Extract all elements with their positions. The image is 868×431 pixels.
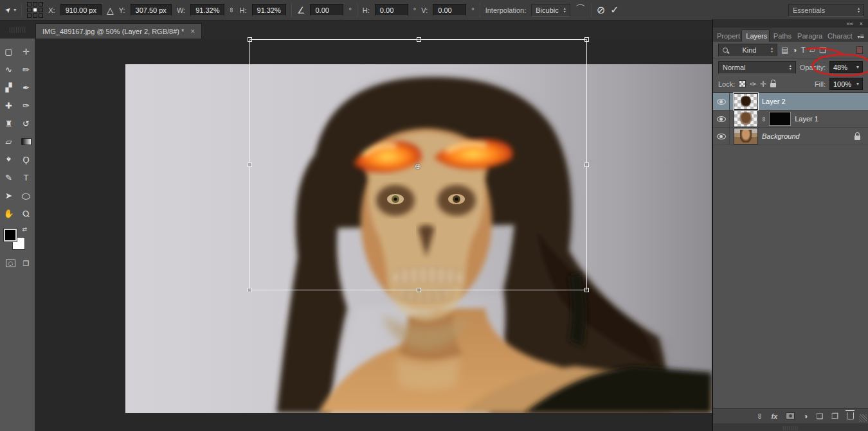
type-layer-filter-icon[interactable]: T bbox=[801, 46, 806, 55]
workspace-switcher[interactable]: Essentials ▴▾ bbox=[788, 4, 864, 17]
history-brush-tool[interactable]: ↺ bbox=[17, 114, 35, 132]
layer-thumbnail[interactable] bbox=[734, 128, 758, 145]
new-group-icon[interactable]: ❏ bbox=[816, 412, 823, 421]
add-layer-mask-icon[interactable] bbox=[786, 412, 795, 419]
blur-tool[interactable]: ♠ bbox=[0, 150, 17, 168]
dodge-tool[interactable]: Ϙ bbox=[17, 150, 35, 168]
layer-row-background[interactable]: Background bbox=[713, 128, 868, 145]
x-input[interactable]: 910.00 px bbox=[60, 4, 102, 16]
delete-layer-icon[interactable] bbox=[847, 412, 854, 419]
spot-healing-brush-tool[interactable]: ✚ bbox=[0, 96, 17, 114]
new-layer-icon[interactable]: ❐ bbox=[831, 412, 838, 421]
visibility-toggle[interactable] bbox=[713, 93, 730, 110]
toolbar-grip[interactable]: |||||||| bbox=[0, 21, 35, 39]
layer-mask-thumbnail[interactable] bbox=[769, 112, 791, 126]
transform-handle-middle-right[interactable] bbox=[584, 163, 589, 167]
transform-handle-top-middle[interactable] bbox=[417, 37, 421, 42]
tab-paragraph[interactable]: Paragra bbox=[793, 30, 824, 42]
hskew-input[interactable]: 0.00 bbox=[375, 4, 408, 16]
path-selection-tool[interactable]: ➤ bbox=[0, 186, 17, 204]
visibility-toggle[interactable] bbox=[713, 128, 730, 145]
mask-link-icon[interactable]: ∞ bbox=[761, 116, 768, 121]
document-tab[interactable]: IMG_489167.jpg @ 50% (Layer 2, RGB/8#) *… bbox=[35, 23, 202, 39]
y-input[interactable]: 307.50 px bbox=[131, 4, 172, 16]
filter-kind-select[interactable]: Kind ▴▾ bbox=[718, 44, 777, 57]
tool-preset-picker[interactable]: ➤ ▾ bbox=[5, 6, 16, 14]
warp-mode-icon[interactable]: ⌒ bbox=[575, 3, 586, 17]
interpolation-select[interactable]: Bicubic ▴▾ bbox=[531, 4, 570, 17]
layer-name[interactable]: Layer 2 bbox=[762, 98, 786, 105]
layer-style-icon[interactable]: fx bbox=[771, 412, 777, 420]
clone-stamp-tool[interactable]: ♜ bbox=[0, 114, 17, 132]
commit-transform-button[interactable]: ✓ bbox=[610, 4, 619, 16]
transform-handle-top-left[interactable] bbox=[248, 37, 252, 42]
transform-handle-middle-left[interactable] bbox=[248, 163, 252, 167]
transform-handle-top-right[interactable] bbox=[584, 37, 589, 42]
shape-layer-filter-icon[interactable]: ▱ bbox=[809, 46, 815, 55]
close-panel-icon[interactable]: × bbox=[860, 21, 863, 27]
panel-menu-icon[interactable]: ▾≡ bbox=[854, 32, 868, 42]
zoom-tool[interactable]: Ϙ bbox=[17, 204, 35, 222]
lock-transparency-icon[interactable] bbox=[739, 80, 746, 87]
pixel-layer-filter-icon[interactable]: ▤ bbox=[781, 46, 788, 55]
adjustment-layer-icon[interactable]: ◑ bbox=[803, 412, 808, 421]
tab-layers[interactable]: Layers bbox=[741, 30, 770, 42]
reference-point-locator[interactable] bbox=[27, 2, 43, 18]
hand-tool[interactable]: ✋ bbox=[0, 204, 17, 222]
tab-properties[interactable]: Propert bbox=[713, 30, 741, 42]
swap-colors-icon[interactable]: ⇄ bbox=[22, 226, 27, 233]
filter-toggle-switch[interactable] bbox=[856, 46, 863, 54]
transform-handle-bottom-left[interactable] bbox=[248, 288, 252, 292]
adjustment-layer-filter-icon[interactable]: ◑ bbox=[792, 46, 797, 55]
layer-thumbnail[interactable] bbox=[734, 110, 758, 127]
type-tool[interactable]: T bbox=[17, 168, 35, 186]
screen-mode-button[interactable]: ❐ bbox=[23, 259, 30, 268]
cancel-transform-button[interactable]: ⊘ bbox=[597, 4, 605, 16]
link-layers-icon[interactable]: ∞ bbox=[755, 413, 764, 419]
smart-object-filter-icon[interactable]: ❏ bbox=[819, 46, 826, 55]
transform-handle-bottom-right[interactable] bbox=[584, 288, 589, 292]
eye-icon bbox=[717, 116, 726, 122]
fill-input[interactable]: 100% ▾ bbox=[829, 78, 863, 90]
pen-tool[interactable]: ✎ bbox=[0, 168, 17, 186]
eye-icon bbox=[717, 99, 726, 105]
lock-all-icon[interactable] bbox=[770, 83, 776, 87]
lasso-tool[interactable]: ∿ bbox=[0, 60, 17, 78]
quick-mask-mode-button[interactable] bbox=[6, 259, 15, 267]
collapse-panels-icon[interactable]: «« bbox=[847, 21, 853, 27]
eyedropper-tool[interactable]: ✒ bbox=[17, 78, 35, 96]
relative-positioning-icon[interactable]: △ bbox=[107, 5, 114, 15]
gradient-tool[interactable] bbox=[17, 132, 35, 150]
layer-row-layer-2[interactable]: Layer 2 bbox=[713, 93, 868, 110]
layer-name[interactable]: Layer 1 bbox=[795, 115, 818, 123]
ellipse-shape-tool[interactable]: ◯ bbox=[17, 186, 35, 204]
rotate-input[interactable]: 0.00 bbox=[310, 4, 343, 16]
lock-pixels-icon[interactable]: ✑ bbox=[750, 80, 756, 89]
tab-paths[interactable]: Paths bbox=[770, 30, 793, 42]
blend-mode-select[interactable]: Normal ▴▾ bbox=[718, 61, 796, 74]
quick-selection-tool[interactable]: ✏ bbox=[17, 60, 35, 78]
brush-tool[interactable]: ✑ bbox=[17, 96, 35, 114]
link-dimensions-icon[interactable]: ∞ bbox=[229, 8, 236, 12]
layer-thumbnail[interactable] bbox=[734, 93, 758, 110]
panel-bottom-strip[interactable]: |||||||| bbox=[713, 423, 868, 431]
lock-position-icon[interactable]: ✛ bbox=[760, 80, 766, 89]
transform-reference-point[interactable]: ⊕ bbox=[415, 162, 421, 171]
layer-row-layer-1[interactable]: ∞ Layer 1 bbox=[713, 110, 868, 128]
rectangular-marquee-tool[interactable]: ▢ bbox=[0, 42, 17, 60]
transform-bounding-box[interactable]: ⊕ bbox=[249, 39, 587, 290]
crop-tool[interactable]: ▞ bbox=[0, 78, 17, 96]
panel-resize-grip[interactable] bbox=[859, 414, 867, 422]
tab-character[interactable]: Charact bbox=[824, 30, 853, 42]
eraser-tool[interactable]: ▱ bbox=[0, 132, 17, 150]
layer-name[interactable]: Background bbox=[762, 132, 800, 140]
vskew-input[interactable]: 0.00 bbox=[433, 4, 466, 16]
close-icon[interactable]: × bbox=[190, 27, 195, 36]
foreground-color-swatch[interactable] bbox=[4, 229, 17, 242]
move-tool[interactable]: ✛ bbox=[17, 42, 35, 60]
transform-handle-bottom-middle[interactable] bbox=[417, 288, 421, 292]
visibility-toggle[interactable] bbox=[713, 110, 730, 127]
width-input[interactable]: 91.32% bbox=[190, 4, 224, 16]
opacity-input[interactable]: 48% ▾ bbox=[829, 61, 863, 73]
height-input[interactable]: 91.32% bbox=[252, 4, 286, 16]
